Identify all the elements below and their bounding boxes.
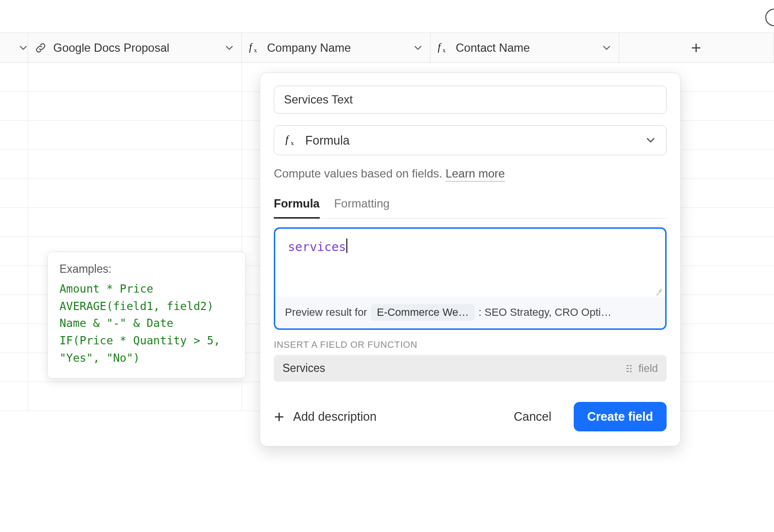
column-header-google-docs-proposal[interactable]: Google Docs Proposal [28, 33, 242, 62]
field-type-helper: Compute values based on fields. Learn mo… [274, 167, 667, 180]
column-header-contact-name[interactable]: Contact Name [431, 33, 619, 62]
create-field-button[interactable]: Create field [574, 402, 667, 431]
field-name-value: Services Text [284, 93, 353, 106]
suggestion-kind-label: field [639, 362, 658, 375]
formula-icon [437, 43, 449, 53]
formula-icon [285, 134, 298, 146]
popover-footer: Add description Cancel Create field [274, 402, 667, 431]
column-label: Google Docs Proposal [53, 41, 169, 55]
suggestion-name: Services [283, 362, 325, 375]
chevron-down-icon[interactable] [602, 44, 611, 52]
column-header-row: Google Docs Proposal Company Name Contac… [0, 33, 774, 63]
field-type-label: Formula [305, 133, 350, 148]
formula-examples-tooltip: Examples: Amount * Price AVERAGE(field1,… [47, 251, 246, 379]
text-cursor [346, 238, 347, 253]
plus-icon [691, 43, 701, 53]
field-name-input[interactable]: Services Text [274, 86, 667, 114]
add-description-button[interactable]: Add description [274, 410, 376, 424]
tab-formula[interactable]: Formula [274, 197, 320, 219]
examples-title: Examples: [60, 263, 234, 276]
examples-code: Amount * Price AVERAGE(field1, field2) N… [60, 281, 234, 367]
formula-icon [249, 43, 260, 53]
column-header-leading[interactable] [0, 33, 28, 62]
chevron-down-icon[interactable] [225, 44, 234, 52]
insert-section-label: INSERT A FIELD OR FUNCTION [274, 340, 667, 350]
cancel-button[interactable]: Cancel [501, 403, 564, 430]
loupe-icon [765, 9, 774, 26]
formula-box: services Preview result for E-Commerce W… [274, 227, 667, 330]
suggestion-services[interactable]: Services field [274, 355, 667, 382]
multiselect-icon [625, 364, 634, 373]
formula-editor[interactable]: services [275, 229, 665, 296]
add-description-label: Add description [293, 410, 376, 424]
learn-more-link[interactable]: Learn more [446, 167, 505, 182]
field-config-popover: Services Text Formula Compute values bas… [260, 73, 681, 446]
preview-result: : SEO Strategy, CRO Opti… [478, 306, 611, 319]
add-column-button[interactable] [619, 33, 774, 62]
field-type-select[interactable]: Formula [274, 125, 667, 155]
formula-preview-row: Preview result for E-Commerce We… : SEO … [275, 296, 665, 328]
resize-handle-icon[interactable] [655, 287, 662, 295]
plus-icon [274, 412, 284, 422]
config-tabs: Formula Formatting [274, 197, 667, 219]
column-header-company-name[interactable]: Company Name [242, 33, 431, 62]
link-icon [35, 42, 46, 54]
tab-formatting[interactable]: Formatting [334, 197, 390, 218]
preview-prefix: Preview result for [285, 306, 367, 319]
chevron-down-icon [19, 44, 28, 52]
suggestion-kind: field [625, 362, 658, 375]
window-top-strip [0, 0, 774, 33]
chevron-down-icon[interactable] [414, 44, 422, 52]
preview-record-chip[interactable]: E-Commerce We… [371, 304, 475, 321]
helper-text: Compute values based on fields. [274, 167, 446, 180]
formula-token: services [288, 240, 346, 254]
chevron-down-icon [646, 135, 655, 145]
column-label: Company Name [267, 41, 351, 55]
column-label: Contact Name [456, 41, 530, 55]
